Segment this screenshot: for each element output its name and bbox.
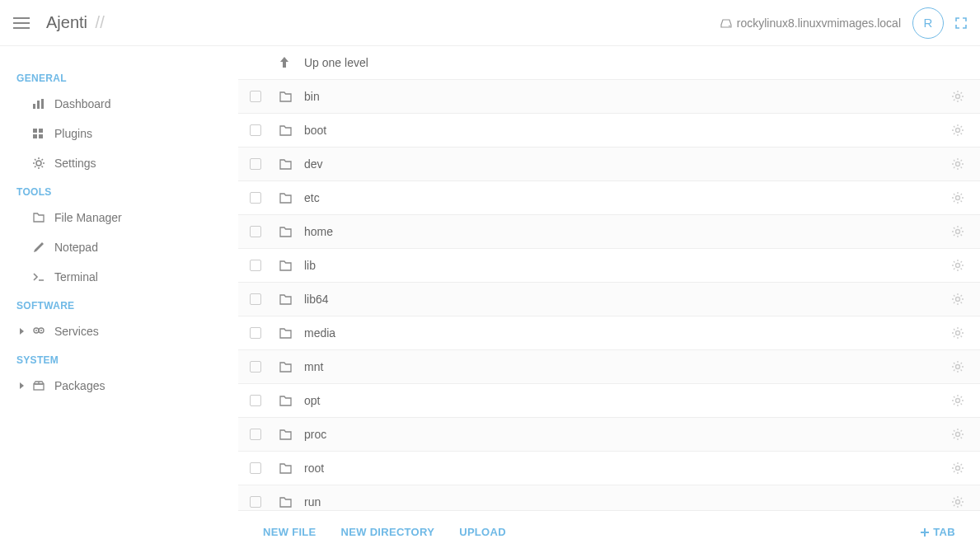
sidebar-item-file-manager[interactable]: File Manager <box>0 203 238 232</box>
svg-point-20 <box>956 298 960 302</box>
row-name: proc <box>304 428 952 441</box>
brand: Ajenti // <box>46 13 105 32</box>
row-gear-icon[interactable] <box>952 260 964 271</box>
row-gear-icon[interactable] <box>952 496 964 508</box>
row-gear-icon[interactable] <box>952 293 964 305</box>
row-checkbox[interactable] <box>250 91 261 102</box>
brand-name: Ajenti <box>46 13 87 31</box>
row-name: Up one level <box>304 56 964 69</box>
up-one-level-row[interactable]: Up one level <box>238 46 980 80</box>
new-directory-button[interactable]: NEW DIRECTORY <box>341 526 435 538</box>
sidebar-item-label: Terminal <box>54 270 98 284</box>
svg-point-18 <box>956 230 960 234</box>
file-row[interactable]: lib64 <box>238 283 980 316</box>
row-gear-icon[interactable] <box>952 226 964 237</box>
file-row[interactable]: mnt <box>238 350 980 384</box>
folder-icon <box>279 362 293 373</box>
file-row[interactable]: media <box>238 316 980 350</box>
nav-icon <box>33 381 45 391</box>
svg-point-25 <box>956 466 960 471</box>
row-checkbox[interactable] <box>250 260 261 271</box>
file-row[interactable]: dev <box>238 148 980 181</box>
row-name: root <box>304 462 952 475</box>
row-checkbox[interactable] <box>250 192 261 204</box>
row-gear-icon[interactable] <box>952 361 964 373</box>
folder-icon <box>279 193 293 204</box>
svg-rect-6 <box>33 134 37 138</box>
avatar[interactable]: R <box>912 7 944 39</box>
nav-icon <box>33 99 45 109</box>
row-name: run <box>304 495 952 508</box>
sidebar-item-packages[interactable]: Packages <box>0 371 238 401</box>
row-checkbox[interactable] <box>250 361 261 373</box>
file-row[interactable]: root <box>238 452 980 485</box>
row-checkbox[interactable] <box>250 293 261 305</box>
folder-icon <box>279 260 293 271</box>
bottombar: NEW FILE NEW DIRECTORY UPLOAD TAB <box>238 510 980 553</box>
row-gear-icon[interactable] <box>952 91 964 102</box>
row-checkbox[interactable] <box>250 462 261 474</box>
sidebar-item-label: Dashboard <box>54 97 111 110</box>
row-checkbox[interactable] <box>250 226 261 237</box>
add-tab-button[interactable]: TAB <box>920 526 955 538</box>
sidebar-item-label: Settings <box>54 157 96 170</box>
upload-button[interactable]: UPLOAD <box>459 526 506 538</box>
row-gear-icon[interactable] <box>952 124 964 136</box>
row-name: lib64 <box>304 293 952 306</box>
file-row[interactable]: etc <box>238 181 980 215</box>
row-name: media <box>304 326 952 340</box>
svg-rect-7 <box>39 134 43 138</box>
svg-point-19 <box>956 264 960 268</box>
file-row[interactable]: boot <box>238 114 980 148</box>
new-file-button[interactable]: NEW FILE <box>263 526 317 538</box>
file-row[interactable]: lib <box>238 249 980 283</box>
tab-label: TAB <box>933 526 955 538</box>
row-gear-icon[interactable] <box>952 158 964 170</box>
folder-icon <box>279 429 293 440</box>
row-gear-icon[interactable] <box>952 327 964 339</box>
sidebar-item-dashboard[interactable]: Dashboard <box>0 89 238 119</box>
sidebar-item-terminal[interactable]: Terminal <box>0 262 238 292</box>
row-name: lib <box>304 259 952 272</box>
row-checkbox[interactable] <box>250 327 261 339</box>
sidebar-item-settings[interactable]: Settings <box>0 148 238 178</box>
nav-icon <box>33 326 45 337</box>
row-name: mnt <box>304 360 952 373</box>
sidebar-item-label: Notepad <box>54 241 98 254</box>
row-gear-icon[interactable] <box>952 462 964 474</box>
folder-icon <box>279 159 293 170</box>
folder-icon <box>279 463 293 474</box>
avatar-letter: R <box>924 16 933 30</box>
file-row[interactable]: opt <box>238 384 980 418</box>
folder-icon <box>279 497 293 508</box>
expand-icon[interactable] <box>955 17 967 29</box>
sidebar-item-label: Packages <box>54 379 105 392</box>
row-checkbox[interactable] <box>250 124 261 136</box>
row-gear-icon[interactable] <box>952 429 964 440</box>
svg-rect-5 <box>39 129 43 133</box>
plus-icon <box>920 527 930 537</box>
file-row[interactable]: proc <box>238 418 980 452</box>
file-row[interactable]: home <box>238 215 980 249</box>
folder-icon <box>279 294 293 305</box>
sidebar-item-notepad[interactable]: Notepad <box>0 232 238 262</box>
file-list: Up one levelbinbootdevetchomeliblib64med… <box>238 46 980 510</box>
row-name: dev <box>304 157 952 171</box>
sidebar-item-plugins[interactable]: Plugins <box>0 119 238 148</box>
file-row[interactable]: bin <box>238 80 980 114</box>
svg-point-0 <box>729 25 730 26</box>
hamburger-icon[interactable] <box>13 17 30 29</box>
folder-icon <box>279 91 293 102</box>
file-row[interactable]: run <box>238 485 980 510</box>
row-checkbox[interactable] <box>250 158 261 170</box>
row-gear-icon[interactable] <box>952 395 964 406</box>
row-checkbox[interactable] <box>250 395 261 406</box>
brand-slashes: // <box>96 13 105 31</box>
row-gear-icon[interactable] <box>952 192 964 204</box>
svg-point-15 <box>956 129 960 133</box>
section-heading: GENERAL <box>0 64 238 89</box>
sidebar-item-services[interactable]: Services <box>0 316 238 346</box>
folder-icon <box>279 396 293 406</box>
row-checkbox[interactable] <box>250 496 261 508</box>
row-checkbox[interactable] <box>250 429 261 440</box>
